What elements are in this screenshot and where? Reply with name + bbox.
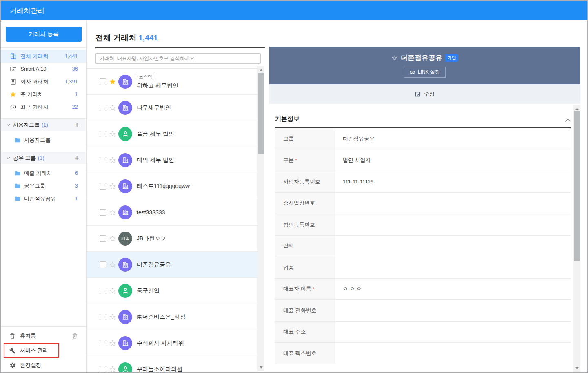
search-input[interactable] <box>95 53 261 64</box>
client-list-item[interactable]: 폐업 JB마린ㅇㅇ <box>87 226 257 252</box>
sidebar-menu-item[interactable]: 최근 거래처 22 <box>1 101 86 113</box>
client-list-item[interactable]: test333333 <box>87 199 257 226</box>
list-scrollbar[interactable] <box>257 66 264 371</box>
client-list-item[interactable]: 대박 세무 법인 <box>87 147 257 173</box>
client-avatar <box>118 153 132 167</box>
row-star-toggle[interactable] <box>109 104 116 112</box>
client-list-item[interactable]: 나무세무법인 <box>87 95 257 121</box>
client-list-item[interactable]: ㈜더존비즈온_지점 <box>87 304 257 330</box>
row-star-toggle[interactable] <box>109 339 116 347</box>
detail-field-row: 법인등록번호 <box>275 214 571 236</box>
sidebar-group-item[interactable]: 사용자그룹 <box>1 134 86 146</box>
required-asterisk: * <box>295 157 297 163</box>
required-asterisk: * <box>313 286 315 292</box>
sidebar-footer-item[interactable]: 서비스 관리 <box>1 343 86 358</box>
row-star-toggle[interactable] <box>109 261 116 268</box>
scroll-down-arrow-icon[interactable] <box>260 366 263 369</box>
page-title: 거래처관리 <box>10 6 44 16</box>
trash-icon <box>9 333 16 339</box>
menu-item-count: 36 <box>72 66 78 72</box>
footer-item-label: 서비스 관리 <box>20 347 48 354</box>
client-list-item[interactable]: 슬픔 세무 법인 <box>87 121 257 147</box>
scroll-up-arrow-icon[interactable] <box>575 108 579 110</box>
row-star-toggle[interactable] <box>109 182 116 190</box>
client-avatar <box>118 258 132 272</box>
star-outline-icon <box>109 104 116 112</box>
row-checkbox[interactable] <box>100 183 106 190</box>
row-star-toggle[interactable] <box>109 156 116 164</box>
client-avatar <box>118 362 132 373</box>
register-client-button[interactable]: 거래처 등록 <box>6 27 82 42</box>
row-checkbox[interactable] <box>100 235 106 242</box>
row-checkbox[interactable] <box>100 131 106 137</box>
kosdaq-badge: 코스닥 <box>137 74 154 80</box>
building-icon <box>122 156 129 164</box>
row-star-toggle[interactable] <box>109 78 116 85</box>
client-list-item[interactable]: 우리들소아과의원 <box>87 356 257 372</box>
sidebar-footer-item[interactable]: 환경설정 <box>1 358 86 372</box>
client-management-app: 거래처관리 거래처 등록 전체 거래처 1,441 A Smart A 10 3… <box>0 0 588 373</box>
group-count: (3) <box>38 155 44 161</box>
sidebar-menu-item[interactable]: 회사 거래처 1,391 <box>1 75 86 88</box>
row-star-toggle[interactable] <box>109 287 116 295</box>
row-star-toggle[interactable] <box>109 235 116 242</box>
sidebar-menu-item[interactable]: A Smart A 10 36 <box>1 63 86 75</box>
row-checkbox[interactable] <box>100 314 106 320</box>
star-filled-icon <box>109 78 116 85</box>
row-checkbox[interactable] <box>100 105 106 111</box>
client-name: 주식회사 사사타워 <box>137 339 184 347</box>
folder-icon <box>14 170 21 176</box>
chevron-up-icon[interactable] <box>565 118 571 123</box>
detail-hero: 더존점유공유 가입 LINK 설정 <box>269 47 580 84</box>
sidebar-menu-item[interactable]: 주 거래처 1 <box>1 88 86 101</box>
row-star-toggle[interactable] <box>109 208 116 216</box>
sidebar-group-item[interactable]: 매출 거래처 6 <box>1 167 86 179</box>
row-checkbox[interactable] <box>100 340 106 346</box>
client-list-item[interactable]: 코스닥 위하고 세무법인 <box>87 69 257 95</box>
menu-item-label: 회사 거래처 <box>20 78 49 85</box>
field-value <box>335 300 571 321</box>
add-group-button[interactable]: + <box>75 154 79 162</box>
client-list-item[interactable]: 주식회사 사사타워 <box>87 330 257 356</box>
company-icon <box>10 78 16 85</box>
row-checkbox[interactable] <box>100 157 106 163</box>
client-list-item[interactable]: 테스트111qqqqqqww <box>87 173 257 199</box>
menu-item-count: 1,391 <box>64 78 78 85</box>
row-checkbox[interactable] <box>100 261 106 268</box>
sidebar-footer-item[interactable]: 휴지통 <box>1 328 86 343</box>
client-avatar <box>118 101 132 115</box>
add-group-button[interactable]: + <box>75 121 79 129</box>
row-star-toggle[interactable] <box>109 130 116 138</box>
row-checkbox[interactable] <box>100 209 106 216</box>
client-list-item[interactable]: 더존점유공유 <box>87 252 257 278</box>
sidebar-group-item[interactable]: 더존점유공유 1 <box>1 192 86 205</box>
scroll-up-arrow-icon[interactable] <box>260 69 263 71</box>
detail-scrollbar[interactable] <box>573 105 580 372</box>
sidebar-group-header[interactable]: 공유 그룹 (3) + <box>1 152 86 164</box>
sidebar-group-item[interactable]: 공유그룹 3 <box>1 179 86 192</box>
row-star-toggle[interactable] <box>109 313 116 321</box>
scroll-down-arrow-icon[interactable] <box>575 367 579 369</box>
sidebar-group: 공유 그룹 (3) + 매출 거래처 6 공유그룹 3 더존점유공유 1 <box>1 152 86 205</box>
star-icon[interactable] <box>391 55 398 61</box>
scrollbar-thumb[interactable] <box>258 73 264 154</box>
row-checkbox[interactable] <box>100 78 106 85</box>
client-list-item[interactable]: 동구산업 <box>87 278 257 304</box>
wrench-icon <box>9 348 16 354</box>
group-item-label: 사용자그룹 <box>24 136 51 144</box>
row-star-toggle[interactable] <box>109 365 116 372</box>
join-status-badge: 가입 <box>445 54 458 62</box>
row-checkbox[interactable] <box>100 366 106 373</box>
field-value <box>335 343 571 364</box>
sidebar-group-header[interactable]: 사용자그룹 (1) + <box>1 118 86 131</box>
client-name: 테스트111qqqqqqww <box>137 183 190 190</box>
building-icon <box>122 208 129 216</box>
row-checkbox[interactable] <box>100 288 106 294</box>
sidebar-menu-item[interactable]: 전체 거래처 1,441 <box>1 50 86 63</box>
edit-button[interactable]: 수정 <box>269 84 580 104</box>
client-avatar <box>118 284 132 298</box>
link-settings-button[interactable]: LINK 설정 <box>404 67 446 78</box>
scrollbar-thumb[interactable] <box>574 111 580 261</box>
client-list: 코스닥 위하고 세무법인 나무세무법인 슬픔 세무 법인 대박 세무 법인 <box>87 68 257 372</box>
star-outline-icon <box>109 313 116 321</box>
